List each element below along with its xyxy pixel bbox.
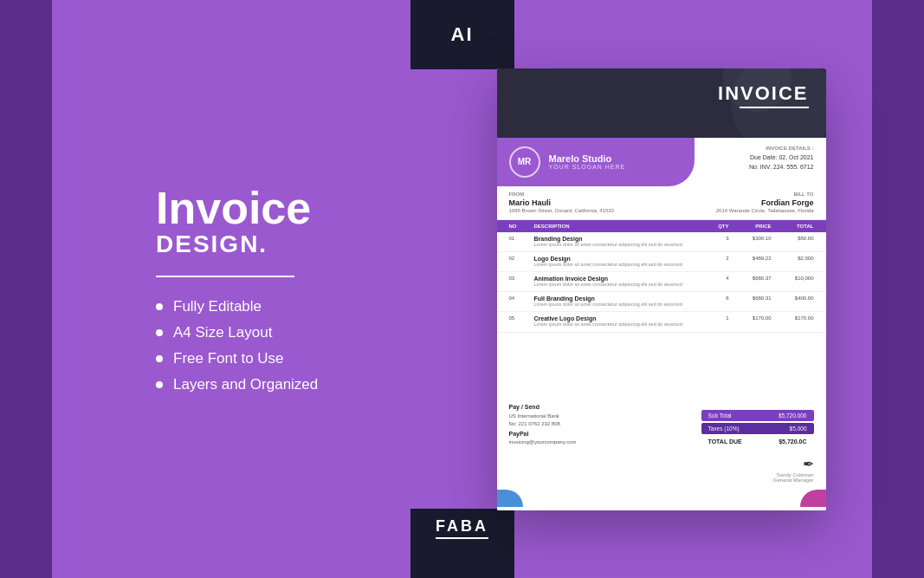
row-no: 03 (509, 276, 531, 288)
row-price: $680.31 (733, 295, 772, 308)
company-section: MR Marelo Studio YOUR SLOGAN HERE (497, 138, 695, 186)
row-price: $680.37 (733, 276, 772, 288)
corner-pink (800, 490, 826, 507)
total-due-label: TOTAL DUE (708, 438, 742, 445)
feature-label: A4 Size Layout (173, 324, 272, 341)
bill-section: FROM Mario Hauli 1085 Brown Street, Oxna… (497, 186, 826, 220)
row-price: $489.22 (733, 256, 772, 268)
row-total: $170.00 (775, 315, 814, 328)
tax-row: Taxes (10%) $5,000 (701, 423, 814, 434)
due-date: Due Date: 02. Oct 2021 (749, 153, 813, 162)
bank-name: US International Bank (509, 412, 577, 421)
bill-to-address: 2014 Warande Circle, Tallahassee, Florid… (662, 207, 814, 214)
col-price: PRICE (733, 224, 772, 229)
bullet-icon (156, 329, 163, 336)
table-row: 01 Branding Design Lorem ipsum dolor sit… (497, 232, 826, 252)
row-qty: 3 (703, 236, 729, 248)
bill-to: BILL TO Fordian Forge 2014 Warande Circl… (662, 192, 814, 214)
info-panel: Invoice DESIGN. Fully Editable A4 Size L… (52, 0, 450, 578)
row-total: $10,000 (775, 276, 814, 288)
table-row: 04 Full Branding Design Lorem ipsum dolo… (497, 292, 826, 312)
table-row: 02 Logo Design Lorem ipsum dolor sit ame… (497, 252, 826, 272)
row-price: $170.00 (733, 315, 772, 328)
inv-title: INVOICE (514, 82, 809, 105)
bill-from-address: 1085 Brown Street, Oxnard, California, 4… (509, 207, 662, 214)
row-total: $400.00 (775, 295, 814, 308)
row-desc: Creative Logo Design Lorem ipsum dolor s… (534, 315, 700, 328)
signature-icon: ✒ (509, 456, 814, 472)
company-info: Marelo Studio YOUR SLOGAN HERE (549, 153, 626, 170)
invoice-footer: Pay / Send US International Bank No: 221… (497, 397, 826, 451)
payment-info: Pay / Send US International Bank No: 221… (509, 402, 577, 446)
corner-blue (497, 490, 523, 507)
feature-label: Layers and Organized (173, 376, 318, 393)
bullet-icon (156, 355, 163, 362)
left-sidebar (0, 0, 52, 578)
subtotal-value: $5,720.000 (779, 412, 807, 419)
col-total: TOTAL (775, 224, 814, 229)
design-subtitle: DESIGN. (156, 231, 416, 258)
right-sidebar (872, 0, 924, 578)
row-qty: 1 (703, 315, 729, 328)
company-slogan: YOUR SLOGAN HERE (549, 164, 626, 170)
inv-header: INVOICE (497, 68, 826, 138)
bottom-decor (497, 490, 826, 510)
row-desc: Full Branding Design Lorem ipsum dolor s… (534, 295, 700, 308)
feature-label: Fully Editable (173, 298, 262, 315)
row-desc: Animation Invoice Design Lorem ipsum dol… (534, 276, 700, 288)
tax-label: Taxes (10%) (708, 425, 740, 432)
signature-section: ✒ Sandy Coleman General Manager (497, 452, 826, 490)
payment-label: Pay / Send (509, 402, 577, 412)
invoice-details: INVOICE DETAILS : Due Date: 02. Oct 2021… (749, 138, 825, 186)
bullet-icon (156, 303, 163, 310)
list-item: Free Font to Use (156, 350, 416, 367)
invoice-details-label: INVOICE DETAILS : (749, 145, 813, 153)
totals-section: Sub Total $5,720.000 Taxes (10%) $5,000 … (701, 410, 814, 447)
row-qty: 6 (703, 295, 729, 308)
subtotal-label: Sub Total (708, 412, 732, 419)
col-no: NO (509, 224, 531, 229)
invoice-no: No: INV. 224. 555. 6712 (749, 162, 813, 172)
invoice-card: INVOICE MR Marelo Studio YOUR SLOGAN HER… (497, 68, 826, 510)
row-total: $2,000 (775, 256, 814, 268)
list-item: A4 Size Layout (156, 324, 416, 341)
bill-to-label: BILL TO (662, 192, 814, 197)
company-name: Marelo Studio (549, 153, 626, 164)
row-price: $300.10 (733, 236, 772, 248)
col-desc: DESCRIPTION (534, 224, 700, 229)
preview-panel: INVOICE MR Marelo Studio YOUR SLOGAN HER… (450, 0, 872, 578)
col-qty: QTY (703, 224, 729, 229)
bill-from-label: FROM (509, 192, 662, 197)
row-total: $50.00 (775, 236, 814, 248)
total-due-row: TOTAL DUE $5,720.0C (701, 436, 814, 447)
signature-title: General Manager (509, 477, 814, 483)
divider (156, 276, 294, 277)
company-logo: MR (509, 146, 540, 178)
invoice-title: Invoice (156, 185, 416, 231)
bill-from: FROM Mario Hauli 1085 Brown Street, Oxna… (509, 192, 662, 214)
bank-no: No: 221 0762 232 808 (509, 420, 577, 429)
row-no: 02 (509, 256, 531, 268)
subtotal-row: Sub Total $5,720.000 (701, 410, 814, 421)
table-row: 05 Creative Logo Design Lorem ipsum dolo… (497, 312, 826, 332)
bill-to-name: Fordian Forge (662, 198, 814, 207)
total-due-value: $5,720.0C (779, 438, 806, 445)
feature-label: Free Font to Use (173, 350, 284, 367)
inv-title-underline (740, 107, 809, 108)
row-qty: 2 (703, 256, 729, 268)
row-qty: 4 (703, 276, 729, 288)
row-no: 04 (509, 295, 531, 308)
table-row: 03 Animation Invoice Design Lorem ipsum … (497, 272, 826, 292)
table-header: NO DESCRIPTION QTY PRICE TOTAL (497, 220, 826, 232)
company-details-row: MR Marelo Studio YOUR SLOGAN HERE INVOIC… (497, 138, 826, 186)
bullet-icon (156, 381, 163, 388)
list-item: Fully Editable (156, 298, 416, 315)
row-desc: Branding Design Lorem ipsum dolor sit am… (534, 236, 700, 248)
invoice-table: NO DESCRIPTION QTY PRICE TOTAL 01 Brandi… (497, 220, 826, 397)
paypal-address: invoicing@yourcompany.com (509, 438, 577, 447)
list-item: Layers and Organized (156, 376, 416, 393)
main-content: Invoice DESIGN. Fully Editable A4 Size L… (52, 0, 872, 578)
tax-value: $5,000 (790, 425, 807, 432)
paypal-label: PayPal (509, 429, 577, 438)
row-desc: Logo Design Lorem ipsum dolor sit amet c… (534, 256, 700, 268)
